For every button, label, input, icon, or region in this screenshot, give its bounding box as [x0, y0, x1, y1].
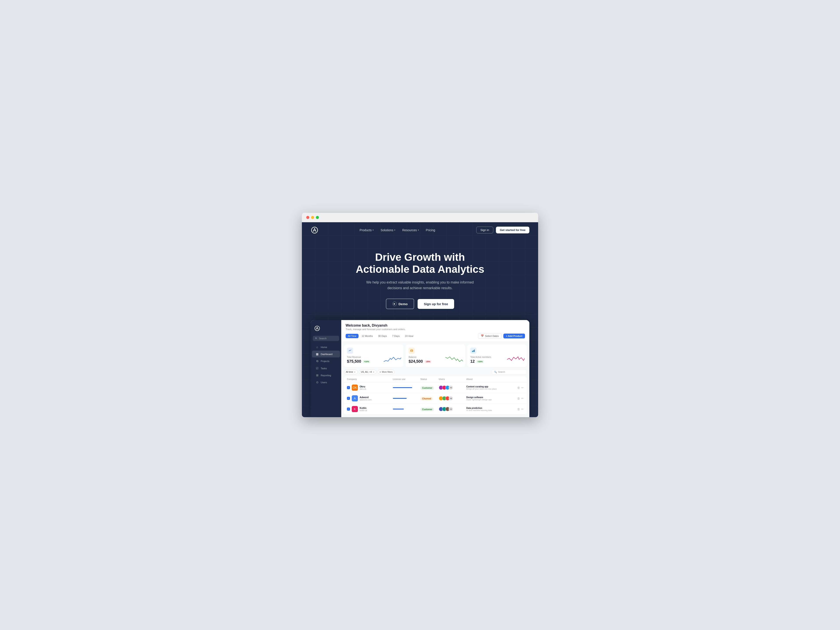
close-button[interactable]: [306, 216, 309, 219]
play-icon: ▶: [392, 302, 397, 306]
add-product-button[interactable]: + Add Product: [503, 333, 525, 338]
metric-card-revenue: Total Revenue $75,500 +10%: [344, 344, 403, 367]
get-started-button[interactable]: Get started for free: [496, 227, 529, 234]
sidebar-logo: [311, 324, 341, 336]
edit-icon[interactable]: ✏: [521, 407, 524, 411]
chevron-down-icon: ▾: [394, 229, 395, 231]
sidebar-item-label: Dashboard: [321, 353, 333, 355]
signup-hero-button[interactable]: Sign up for free: [418, 299, 454, 309]
metric-badge: +10%: [363, 360, 370, 363]
select-dates-button[interactable]: 📅 Select Dates: [478, 333, 502, 339]
nav-products[interactable]: Products ▾: [357, 227, 376, 233]
nav-resources[interactable]: Resources ▾: [399, 227, 422, 233]
time-tabs: All Time 12 Months 30 Days 7 Days 24 Hou…: [346, 334, 415, 338]
svg-rect-3: [472, 351, 473, 352]
sidebar-item-home[interactable]: ⌂ Home: [312, 344, 340, 351]
row-actions: 🗑 ✏: [512, 386, 524, 389]
sidebar-item-label: Reporting: [321, 374, 331, 377]
table-row: ✓ OK Okru okru.io Cus: [344, 382, 527, 393]
metric-value: $24,500: [409, 359, 423, 364]
sidebar-item-projects[interactable]: ⧉ Projects: [312, 358, 340, 365]
nav-solutions[interactable]: Solutions ▾: [378, 227, 398, 233]
table-filters: All time ✕ US, AU, +4 ✕ ≡ More filters: [344, 370, 395, 374]
navbar: Products ▾ Solutions ▾ Resources ▾: [302, 222, 538, 238]
users-avatars: +5: [439, 385, 466, 390]
status-badge: Customer: [420, 407, 434, 411]
sparkline-balance: [445, 355, 463, 365]
about-desc: Brings all your news into one place: [466, 388, 512, 390]
dashboard-icon: ▦: [316, 352, 319, 356]
signin-button[interactable]: Sign in: [476, 227, 493, 234]
status-badge: Customer: [420, 386, 434, 390]
fullscreen-button[interactable]: [316, 216, 319, 219]
row-actions: 🗑 ✏: [512, 407, 524, 411]
header-actions: 📅 Select Dates + Add Product: [478, 333, 525, 339]
status-cell: Customer: [420, 386, 439, 390]
tab-24hour[interactable]: 24 Hour: [403, 334, 415, 338]
reporting-icon: ⊞: [316, 374, 319, 377]
table-row: ✓ K Kotlin kotlin.ai: [344, 404, 527, 415]
svg-rect-5: [474, 350, 475, 352]
metric-badge: -25%: [425, 360, 431, 363]
metric-card-balance: Balance $24,500 -25%: [406, 344, 465, 367]
sidebar-item-label: Projects: [321, 360, 330, 363]
company-info: Okru okru.io: [360, 385, 366, 390]
tab-12months[interactable]: 12 Months: [359, 334, 375, 338]
about-title: Content curating app: [466, 385, 512, 388]
metric-value: 12: [470, 359, 475, 364]
col-license: License use: [393, 378, 420, 381]
browser-window: Products ▾ Solutions ▾ Resources ▾: [302, 213, 538, 417]
delete-icon[interactable]: 🗑: [517, 386, 520, 389]
company-url: kotlin.ai: [360, 409, 367, 412]
company-cell: ✓ K Kotlin kotlin.ai: [347, 406, 393, 412]
row-checkbox[interactable]: ✓: [347, 397, 350, 400]
sidebar-item-users[interactable]: ⊙ Users: [312, 379, 340, 386]
site-logo[interactable]: [311, 226, 319, 234]
tasks-icon: ☑: [316, 366, 319, 370]
sidebar-item-reporting[interactable]: ⊞ Reporting: [312, 372, 340, 379]
svg-point-0: [311, 227, 317, 233]
delete-icon[interactable]: 🗑: [517, 397, 520, 400]
metrics-row: Total Revenue $75,500 +10%: [341, 342, 529, 369]
nav-pricing[interactable]: Pricing: [423, 227, 438, 233]
license-cell: [393, 409, 420, 409]
tab-all-time[interactable]: All Time: [346, 334, 358, 338]
status-cell: Customer: [420, 407, 439, 411]
remove-filter-icon[interactable]: ✕: [373, 371, 374, 373]
tab-30days[interactable]: 30 Days: [376, 334, 389, 338]
metric-value: $75,500: [347, 359, 361, 364]
sidebar-item-tasks[interactable]: ☑ Tasks: [312, 365, 340, 372]
hero-title: Drive Growth with Actionable Data Analyt…: [311, 251, 529, 275]
users-icon: ⊙: [316, 381, 319, 384]
row-checkbox[interactable]: ✓: [347, 407, 350, 411]
projects-icon: ⧉: [316, 359, 319, 363]
company-logo: OK: [352, 385, 358, 391]
hero-buttons: ▶ Demo Sign up for free: [311, 298, 529, 309]
demo-button[interactable]: ▶ Demo: [386, 298, 414, 309]
sidebar-item-label: Home: [321, 346, 327, 349]
table-search[interactable]: 🔍 Search: [492, 369, 527, 374]
about-cell: Content curating app Brings all your new…: [466, 385, 512, 390]
row-checkbox[interactable]: ✓: [347, 386, 350, 389]
about-title: Design software: [466, 396, 512, 399]
metric-badge: +20%: [477, 360, 484, 363]
company-url: okru.io: [360, 388, 366, 390]
col-users: Users: [439, 378, 466, 381]
edit-icon[interactable]: ✏: [521, 397, 524, 400]
filter-chip-region[interactable]: US, AU, +4 ✕: [359, 370, 376, 374]
table-section: All time ✕ US, AU, +4 ✕ ≡ More filters: [341, 369, 529, 417]
edit-icon[interactable]: ✏: [521, 386, 524, 389]
about-cell: Design software Super lightweight design…: [466, 396, 512, 401]
company-url: adword.com: [360, 399, 371, 401]
avatar-more: +8: [448, 396, 453, 401]
delete-icon[interactable]: 🗑: [517, 407, 520, 411]
sidebar-search[interactable]: 🔍 Search: [313, 336, 339, 341]
sidebar-item-dashboard[interactable]: ▦ Dashboard: [312, 351, 340, 357]
remove-filter-icon[interactable]: ✕: [354, 371, 356, 373]
license-bar: [393, 398, 407, 399]
tab-7days[interactable]: 7 Days: [390, 334, 402, 338]
filter-chip-more[interactable]: ≡ More filters: [378, 370, 395, 374]
filter-chip-alltime[interactable]: All time ✕: [344, 370, 358, 374]
sidebar-item-label: Tasks: [321, 367, 327, 370]
minimize-button[interactable]: [311, 216, 314, 219]
